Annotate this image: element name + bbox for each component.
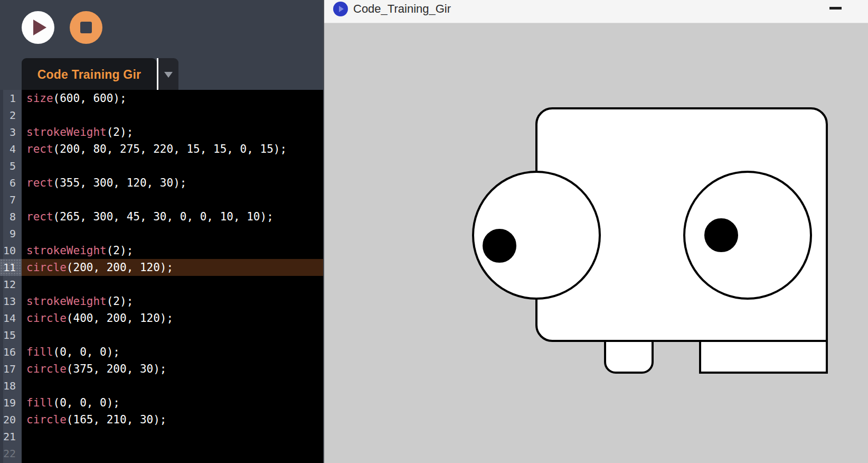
line-number: 4 — [0, 141, 22, 158]
editor-panel: Code Training Gir 1size(600, 600);23stro… — [0, 0, 323, 463]
code-text: circle(375, 200, 30); — [22, 360, 323, 377]
tab-code-training-gir[interactable]: Code Training Gir — [22, 58, 157, 91]
code-text: strokeWeight(2); — [22, 124, 323, 141]
line-number: 17 — [0, 360, 22, 377]
line-number: 3 — [0, 124, 22, 141]
code-text: size(600, 600); — [22, 90, 323, 107]
code-line-2[interactable]: 2 — [0, 107, 323, 124]
app-window: Code Training Gir 1size(600, 600);23stro… — [0, 0, 868, 463]
code-line-15[interactable]: 15 — [0, 327, 323, 344]
chevron-down-icon — [164, 72, 173, 78]
code-line-3[interactable]: 3strokeWeight(2); — [0, 124, 323, 141]
line-number: 12 — [0, 276, 22, 293]
sketch-canvas — [325, 24, 868, 463]
code-text — [22, 276, 323, 293]
line-number: 1 — [0, 90, 22, 107]
code-text — [22, 107, 323, 124]
code-line-1[interactable]: 1size(600, 600); — [0, 90, 323, 107]
line-number: 5 — [0, 158, 22, 174]
code-line-6[interactable]: 6rect(355, 300, 120, 30); — [0, 174, 323, 191]
code-line-14[interactable]: 14circle(400, 200, 120); — [0, 310, 323, 327]
code-text — [22, 191, 323, 208]
tab-label: Code Training Gir — [37, 68, 141, 82]
line-number: 21 — [0, 428, 22, 445]
code-text: rect(200, 80, 275, 220, 15, 15, 0, 15); — [22, 141, 323, 158]
code-text: circle(200, 200, 120); — [22, 259, 323, 276]
code-text: fill(0, 0, 0); — [22, 394, 323, 411]
play-badge-icon — [333, 2, 348, 16]
window-title-bar[interactable]: Code_Training_Gir — [324, 0, 868, 23]
minimize-button[interactable] — [829, 7, 842, 10]
code-text: strokeWeight(2); — [22, 293, 323, 310]
code-line-21[interactable]: 21 — [0, 428, 323, 445]
sketch-output-window: Code_Training_Gir — [323, 0, 868, 463]
stop-button[interactable] — [70, 11, 102, 44]
code-line-20[interactable]: 20circle(165, 210, 30); — [0, 411, 323, 428]
play-button[interactable] — [22, 11, 54, 44]
code-line-11[interactable]: 11circle(200, 200, 120); — [0, 259, 323, 276]
code-line-7[interactable]: 7 — [0, 191, 323, 208]
line-number: 19 — [0, 394, 22, 411]
line-number: 6 — [0, 174, 22, 191]
sketch-canvas-area — [324, 24, 868, 463]
code-line-19[interactable]: 19fill(0, 0, 0); — [0, 394, 323, 411]
code-line-10[interactable]: 10strokeWeight(2); — [0, 242, 323, 259]
code-line-18[interactable]: 18 — [0, 377, 323, 394]
code-text — [22, 327, 323, 344]
line-number: 22 — [0, 445, 22, 462]
code-line-5[interactable]: 5 — [0, 158, 323, 174]
window-title: Code_Training_Gir — [353, 2, 451, 16]
tab-dropdown-button[interactable] — [158, 58, 178, 91]
line-number: 10 — [0, 242, 22, 259]
stop-icon — [80, 22, 92, 33]
line-number: 20 — [0, 411, 22, 428]
code-text — [22, 445, 323, 462]
code-line-13[interactable]: 13strokeWeight(2); — [0, 293, 323, 310]
line-number: 14 — [0, 310, 22, 327]
code-line-17[interactable]: 17circle(375, 200, 30); — [0, 360, 323, 377]
code-line-9[interactable]: 9 — [0, 225, 323, 242]
code-text — [22, 377, 323, 394]
toolbar: Code Training Gir — [0, 0, 323, 91]
line-number: 11 — [0, 259, 22, 276]
line-number: 13 — [0, 293, 22, 310]
line-number: 9 — [0, 225, 22, 242]
code-text: rect(355, 300, 120, 30); — [22, 174, 323, 191]
code-text — [22, 428, 323, 445]
play-icon — [33, 20, 46, 35]
line-number: 18 — [0, 377, 22, 394]
code-text: fill(0, 0, 0); — [22, 344, 323, 360]
code-text: strokeWeight(2); — [22, 242, 323, 259]
line-number: 2 — [0, 107, 22, 124]
code-line-12[interactable]: 12 — [0, 276, 323, 293]
code-text: circle(400, 200, 120); — [22, 310, 323, 327]
code-line-8[interactable]: 8rect(265, 300, 45, 30, 0, 0, 10, 10); — [0, 208, 323, 225]
code-line-22[interactable]: 22 — [0, 445, 323, 462]
code-text: circle(165, 210, 30); — [22, 411, 323, 428]
line-number: 7 — [0, 191, 22, 208]
line-number: 8 — [0, 208, 22, 225]
line-number: 15 — [0, 327, 22, 344]
code-line-4[interactable]: 4rect(200, 80, 275, 220, 15, 15, 0, 15); — [0, 141, 323, 158]
code-text — [22, 225, 323, 242]
code-text — [22, 158, 323, 174]
code-text: rect(265, 300, 45, 30, 0, 0, 10, 10); — [22, 208, 323, 225]
line-number: 16 — [0, 344, 22, 360]
code-editor[interactable]: 1size(600, 600);23strokeWeight(2);4rect(… — [0, 90, 323, 463]
code-line-16[interactable]: 16fill(0, 0, 0); — [0, 344, 323, 360]
